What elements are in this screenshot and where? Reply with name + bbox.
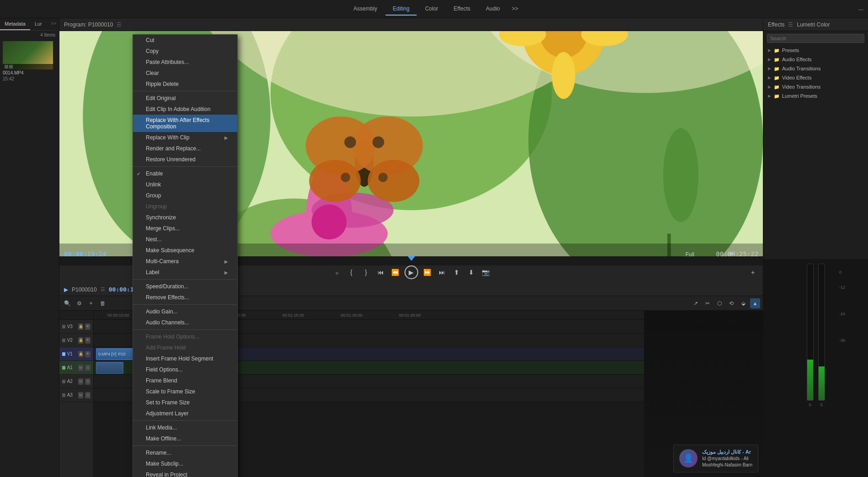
mark-clip-button[interactable]: } bbox=[361, 267, 372, 278]
timeline-add-tracks[interactable]: + bbox=[86, 298, 96, 308]
track-solo-a1[interactable]: S bbox=[85, 365, 91, 371]
left-panel-expand[interactable]: >> bbox=[48, 18, 59, 30]
effects-menu-icon[interactable]: ☰ bbox=[788, 21, 793, 28]
ctx-edit-original[interactable]: Edit Original bbox=[133, 93, 237, 104]
ctx-replace-ae[interactable]: Replace With After Effects Composition bbox=[133, 115, 237, 132]
effects-item-audio-effects[interactable]: ▶ 📁 Audio Effects bbox=[763, 55, 868, 64]
tab-assembly[interactable]: Assembly bbox=[346, 3, 384, 16]
timeline-tool-2[interactable]: ✂ bbox=[703, 298, 713, 308]
track-toggle-v1[interactable] bbox=[62, 352, 65, 356]
ctx-make-offline[interactable]: Make Offline... bbox=[133, 433, 237, 444]
timeline-tool-5[interactable]: ⬙ bbox=[738, 298, 748, 308]
effects-item-audio-transitions[interactable]: ▶ 📁 Audio Transitions bbox=[763, 64, 868, 73]
ctx-replace-clip[interactable]: Replace With Clip ▶ bbox=[133, 132, 237, 143]
ctx-rename[interactable]: Rename... bbox=[133, 447, 237, 458]
media-item[interactable]: 0014.MP4 15:42 bbox=[0, 39, 59, 83]
ctx-audio-channels[interactable]: Audio Channels... bbox=[133, 317, 237, 328]
tab-metadata[interactable]: Metadata bbox=[0, 18, 30, 30]
tab-lur[interactable]: Lur bbox=[30, 18, 47, 30]
go-to-out-button[interactable]: ⏭ bbox=[437, 267, 447, 278]
add-track-button[interactable]: + bbox=[747, 267, 758, 278]
track-toggle-a3[interactable] bbox=[62, 393, 65, 397]
export-frame-button[interactable]: 📷 bbox=[480, 267, 491, 278]
ctx-insert-frame-hold[interactable]: Insert Frame Hold Segment bbox=[133, 353, 237, 364]
ctx-copy[interactable]: Copy bbox=[133, 46, 237, 57]
track-lock-v1[interactable]: 🔒 bbox=[78, 351, 84, 357]
timeline-tool-4[interactable]: ⟲ bbox=[726, 298, 736, 308]
track-toggle-a2[interactable] bbox=[62, 380, 65, 383]
track-toggle-a1[interactable] bbox=[62, 366, 65, 370]
audio-clip-1[interactable] bbox=[96, 362, 123, 374]
timeline-tool-3[interactable]: ⬡ bbox=[714, 298, 724, 308]
track-eye-v2[interactable]: 👁 bbox=[85, 337, 91, 344]
tab-color[interactable]: Color bbox=[418, 3, 446, 16]
step-back-button[interactable]: ⏪ bbox=[390, 267, 401, 278]
ctx-audio-gain[interactable]: Audio Gain... bbox=[133, 306, 237, 317]
timeline-expand[interactable]: ▶ bbox=[64, 286, 68, 293]
lift-button[interactable]: ⬆ bbox=[451, 267, 462, 278]
ctx-merge-clips[interactable]: Merge Clips... bbox=[133, 223, 237, 234]
effects-item-video-effects[interactable]: ▶ 📁 Video Effects bbox=[763, 73, 868, 82]
ctx-render-replace[interactable]: Render and Replace... bbox=[133, 143, 237, 154]
mark-in-button[interactable]: ⬦ bbox=[331, 267, 342, 278]
ctx-adjustment-layer[interactable]: Adjustment Layer bbox=[133, 408, 237, 419]
minimize-button[interactable]: — bbox=[858, 6, 863, 12]
timeline-delete[interactable]: 🗑 bbox=[98, 298, 108, 308]
track-solo-a2[interactable]: S bbox=[85, 378, 91, 385]
track-solo-a3[interactable]: S bbox=[85, 392, 91, 398]
ctx-unlink[interactable]: Unlink bbox=[133, 179, 237, 190]
ctx-set-frame[interactable]: Set to Frame Size bbox=[133, 397, 237, 408]
effects-item-video-transitions[interactable]: ▶ 📁 Video Transitions bbox=[763, 82, 868, 91]
ctx-paste-attributes[interactable]: Paste Attributes... bbox=[133, 57, 237, 68]
timeline-tool-selection[interactable]: ▲ bbox=[750, 298, 760, 308]
ctx-edit-audition[interactable]: Edit Clip In Adobe Audition bbox=[133, 104, 237, 115]
ctx-make-subclip[interactable]: Make Subclip... bbox=[133, 458, 237, 469]
ctx-speed-duration[interactable]: Speed/Duration... bbox=[133, 281, 237, 292]
tab-audio[interactable]: Audio bbox=[479, 3, 507, 16]
ctx-ripple-delete[interactable]: Ripple Delete bbox=[133, 79, 237, 90]
ctx-cut[interactable]: Cut bbox=[133, 35, 237, 46]
monitor-menu-icon[interactable]: ☰ bbox=[117, 21, 122, 28]
track-lock-v3[interactable]: 🔒 bbox=[78, 323, 84, 330]
effects-item-presets[interactable]: ▶ 📁 Presets bbox=[763, 46, 868, 55]
effects-item-lumetri-presets[interactable]: ▶ 📁 Lumetri Presets bbox=[763, 91, 868, 101]
timeline-menu-icon[interactable]: ☰ bbox=[101, 286, 105, 292]
ctx-reveal-project[interactable]: Reveal in Project bbox=[133, 469, 237, 477]
go-to-in-button[interactable]: ⏮ bbox=[375, 267, 386, 278]
ctx-restore-unrendered[interactable]: Restore Unrendered bbox=[133, 154, 237, 165]
ctx-label[interactable]: Label ▶ bbox=[133, 267, 237, 278]
ctx-remove-effects[interactable]: Remove Effects... bbox=[133, 292, 237, 303]
mark-out-button[interactable]: { bbox=[346, 267, 357, 278]
ctx-group[interactable]: Group bbox=[133, 190, 237, 201]
tab-effects[interactable]: Effects bbox=[447, 3, 478, 16]
track-mute-a3[interactable]: M bbox=[78, 392, 84, 398]
ctx-make-subsequence[interactable]: Make Subsequence bbox=[133, 245, 237, 256]
track-eye-v1[interactable]: 👁 bbox=[85, 351, 91, 357]
timeline-tool-1[interactable]: ↗ bbox=[691, 298, 701, 308]
ctx-arrow-replace: ▶ bbox=[224, 135, 228, 140]
tab-editing[interactable]: Editing bbox=[385, 3, 417, 16]
ctx-field-options[interactable]: Field Options... bbox=[133, 364, 237, 375]
ctx-clear[interactable]: Clear bbox=[133, 68, 237, 79]
track-toggle-v3[interactable] bbox=[62, 325, 65, 329]
timeline-settings[interactable]: ⚙ bbox=[74, 298, 84, 308]
play-button[interactable]: ▶ bbox=[405, 265, 418, 279]
tab-more[interactable]: >> bbox=[508, 3, 522, 16]
track-lock-v2[interactable]: 🔒 bbox=[78, 337, 84, 344]
step-forward-button[interactable]: ⏩ bbox=[422, 267, 433, 278]
ctx-multi-camera[interactable]: Multi-Camera ▶ bbox=[133, 256, 237, 267]
extract-button[interactable]: ⬇ bbox=[466, 267, 477, 278]
track-mute-a2[interactable]: M bbox=[78, 378, 84, 385]
ctx-link-media[interactable]: Link Media... bbox=[133, 422, 237, 433]
timeline-search[interactable]: 🔍 bbox=[62, 298, 72, 308]
ctx-nest[interactable]: Nest... bbox=[133, 234, 237, 245]
track-eye-v3[interactable]: 👁 bbox=[85, 323, 91, 330]
ctx-frame-blend[interactable]: Frame Blend bbox=[133, 375, 237, 386]
ctx-synchronize[interactable]: Synchronize bbox=[133, 212, 237, 223]
ctx-scale-frame[interactable]: Scale to Frame Size bbox=[133, 386, 237, 397]
effects-search-input[interactable] bbox=[767, 34, 864, 43]
track-mute-a1[interactable]: M bbox=[78, 365, 84, 371]
lumetri-title[interactable]: Lumetri Color bbox=[797, 21, 830, 28]
ctx-enable[interactable]: ✓ Enable bbox=[133, 168, 237, 179]
track-toggle-v2[interactable] bbox=[62, 339, 65, 342]
